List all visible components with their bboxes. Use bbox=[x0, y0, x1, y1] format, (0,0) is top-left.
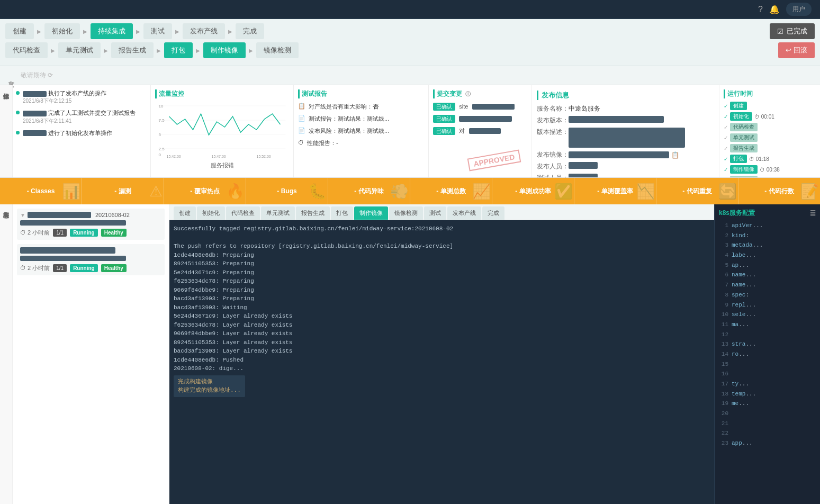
svg-text:0: 0 bbox=[159, 152, 161, 157]
k8s-menu-icon[interactable]: ☰ bbox=[810, 210, 816, 217]
step-release[interactable]: 发布产线 bbox=[183, 23, 225, 39]
sub-step-image[interactable]: 制作镜像 bbox=[203, 42, 246, 58]
svc-time-1: ⏱ 2 小时前 bbox=[20, 229, 50, 237]
log-line: f6253634dc78: Layer already exists bbox=[174, 321, 710, 330]
svc-healthy-2: Healthy bbox=[101, 264, 127, 272]
op-log-section: 操作记录 执行了发布产线的操作 2021/6/8下午2:12:15 完成 bbox=[0, 85, 151, 177]
svg-text:10: 10 bbox=[159, 104, 164, 109]
log-terminal[interactable]: Successfully tagged registry.gitlab.baix… bbox=[169, 220, 714, 504]
step-init[interactable]: 初始化 bbox=[44, 23, 80, 39]
rollback-button[interactable]: ↩ 回滚 bbox=[778, 42, 815, 58]
release-image-row: 发布镜像： 📋 bbox=[537, 150, 714, 159]
svg-text:7.5: 7.5 bbox=[159, 118, 165, 123]
stat-classes: - Classes 📊 bbox=[0, 178, 82, 204]
log-tab-unit-test[interactable]: 单元测试 bbox=[261, 206, 295, 220]
test-row-1: 📋 对产线是否有重大影响：否 bbox=[298, 103, 424, 111]
k8s-code: 1apiVer... 2kind: 3metada... 4labe... 5 … bbox=[719, 221, 816, 448]
log-line: 1cde4408e6db: Preparing bbox=[174, 251, 710, 260]
step-cicd[interactable]: 持续集成 bbox=[91, 23, 133, 39]
runtime-item-package: ✓ 打包 ⏱ 01:18 bbox=[724, 155, 816, 163]
op-log-content: 执行了发布产线的操作 2021/6/8下午2:12:15 完成了人工测试并提交了… bbox=[13, 85, 150, 177]
log-line: 1cde4408e6db: Pushed bbox=[174, 356, 710, 365]
svc-running-1: Running bbox=[70, 229, 98, 237]
log-line: 5e24d43671c9: Preparing bbox=[174, 268, 710, 277]
copy-icon[interactable]: 📋 bbox=[671, 151, 679, 159]
test-row-2: 📄 测试报告：测试结果：测试线... bbox=[298, 115, 424, 123]
runtime-panel: 运行时间 ✓ 创建 ✓ 初始化 ⏱ 00:01 ✓ 代码检查 ✓ 单元测试 ✓ … bbox=[719, 85, 820, 177]
expand-icon-1[interactable]: ▼ bbox=[20, 212, 25, 218]
svc-time-2: ⏱ 2 小时前 bbox=[20, 264, 50, 272]
log-line: 5e24d43671c9: Layer already exists bbox=[174, 312, 710, 321]
step-create[interactable]: 创建 bbox=[5, 23, 34, 39]
log-tab-code-check[interactable]: 代码检查 bbox=[226, 206, 260, 220]
log-digest-block: 完成构建镜像 构建完成的镜像地址... bbox=[174, 375, 245, 397]
release-tester-row: 测试人员： bbox=[537, 174, 714, 178]
runtime-item-image-check: ✓ 镜像检测 bbox=[724, 176, 816, 177]
sub-step-image-check[interactable]: 镜像检测 bbox=[256, 42, 299, 58]
log-tab-image-check[interactable]: 镜像检测 bbox=[389, 206, 423, 220]
help-icon[interactable]: ? bbox=[758, 5, 763, 14]
log-tab-test[interactable]: 测试 bbox=[424, 206, 446, 220]
sub-pipeline-row: 代码检查 ▶ 单元测试 ▶ 报告生成 ▶ 打包 ▶ 制作镜像 ▶ 镜像检测 ↩ … bbox=[5, 42, 815, 58]
step-complete[interactable]: 完成 bbox=[236, 23, 264, 39]
op-entry: 执行了发布产线的操作 2021/6/8下午2:12:15 bbox=[16, 89, 147, 105]
service-item-1: ▼ 20210608-02 ⏱ 2 小时前 1/1 Running Health… bbox=[17, 209, 165, 240]
stat-bugs: - Bugs 🐛 bbox=[246, 178, 328, 204]
pipeline-header: 创建 ▶ 初始化 ▶ 持续集成 ▶ 测试 ▶ 发布产线 ▶ 完成 ☑已完成 代码… bbox=[0, 19, 820, 66]
log-tab-done[interactable]: 完成 bbox=[482, 206, 504, 220]
flow-subtitle: 服务报错 bbox=[155, 161, 289, 169]
op-entry: 进行了初始化发布单操作 bbox=[16, 129, 147, 137]
svg-text:15:47:00: 15:47:00 bbox=[212, 155, 226, 158]
stat-unit-coverage: - 单测覆盖率 📉 bbox=[574, 178, 656, 204]
log-line: f6253634dc78: Preparing bbox=[174, 277, 710, 286]
notification-icon[interactable]: 🔔 bbox=[769, 4, 780, 14]
release-version-row: 发布版本： bbox=[537, 116, 714, 125]
flow-title: 流量监控 bbox=[155, 89, 184, 98]
stat-unit-pass: - 单测成功率 ✅ bbox=[492, 178, 574, 204]
log-tab-release[interactable]: 发布产线 bbox=[447, 206, 481, 220]
commits-title: 提交变更 ⓘ bbox=[433, 89, 527, 98]
svg-text:15:52:00: 15:52:00 bbox=[257, 155, 271, 158]
log-tab-report[interactable]: 报告生成 bbox=[296, 206, 330, 220]
status-done-badge: ☑已完成 bbox=[770, 23, 815, 39]
runtime-item-report: ✓ 报告生成 bbox=[724, 144, 816, 152]
test-report-title: 测试报告 bbox=[298, 89, 424, 98]
main-pipeline-row: 创建 ▶ 初始化 ▶ 持续集成 ▶ 测试 ▶ 发布产线 ▶ 完成 ☑已完成 bbox=[5, 23, 815, 39]
release-info: 发布信息 服务名称： 中途岛服务 发布版本： 版本描述： 发布镜像： 📋 发布人… bbox=[531, 85, 719, 177]
log-line: bacd3af13903: Preparing bbox=[174, 294, 710, 303]
log-line: bacd3af13903: Layer already exists bbox=[174, 347, 710, 356]
log-tab-image-active[interactable]: 制作镜像 bbox=[354, 206, 388, 220]
svg-text:2.5: 2.5 bbox=[159, 147, 165, 151]
sub-step-code-check[interactable]: 代码检查 bbox=[5, 42, 48, 58]
log-line: 9069f84dbbe9: Layer already exists bbox=[174, 329, 710, 338]
log-tab-create[interactable]: 创建 bbox=[174, 206, 196, 220]
log-tab-init[interactable]: 初始化 bbox=[197, 206, 225, 220]
release-service-name: 中途岛服务 bbox=[569, 104, 600, 113]
log-line: Successfully tagged registry.gitlab.baix… bbox=[174, 224, 710, 233]
runtime-item-create: ✓ 创建 bbox=[724, 102, 816, 110]
sub-step-unit-test[interactable]: 单元测试 bbox=[58, 42, 101, 58]
log-line: bacd3af13903: Waiting bbox=[174, 303, 710, 312]
runtime-item-code-check: ✓ 代码检查 bbox=[724, 123, 816, 131]
flow-chart: 10 7.5 5 2.5 0 15:42:00 15:47:00 15:52:0… bbox=[155, 101, 289, 159]
log-tab-package[interactable]: 打包 bbox=[331, 206, 353, 220]
sub-step-package[interactable]: 打包 bbox=[164, 42, 193, 58]
op-entry: 完成了人工测试并提交了测试报告 2021/6/8下午2:11:41 bbox=[16, 109, 147, 124]
stat-code-dup: - 代码重复 🔄 bbox=[656, 178, 738, 204]
release-desc-row: 版本描述： bbox=[537, 128, 714, 148]
service-item-2: ⏱ 2 小时前 1/1 Running Healthy bbox=[17, 244, 165, 275]
k8s-panel: k8s服务配置 ☰ 1apiVer... 2kind: 3metada... 4… bbox=[714, 204, 820, 504]
svc-ratio-2: 1/1 bbox=[53, 264, 67, 272]
log-line: The push refers to repository [registry.… bbox=[174, 242, 710, 251]
user-badge[interactable]: 用户 bbox=[786, 3, 812, 16]
svg-text:5: 5 bbox=[159, 132, 161, 137]
step-test[interactable]: 测试 bbox=[143, 23, 172, 39]
service-status-section: 服务状态 ▼ 20210608-02 ⏱ 2 小时前 1/1 Running H… bbox=[0, 204, 169, 504]
test-report: 测试报告 📋 对产线是否有重大影响：否 📄 测试报告：测试结果：测试线... 📄… bbox=[294, 85, 429, 177]
gray-placeholder: 敬请期待 ⟳ bbox=[21, 71, 53, 80]
sub-step-report[interactable]: 报告生成 bbox=[111, 42, 154, 58]
log-line bbox=[174, 233, 710, 242]
k8s-title: k8s服务配置 ☰ bbox=[719, 209, 816, 218]
runtime-item-image: ✓ 制作镜像 ⏱ 00:38 bbox=[724, 165, 816, 174]
svc-healthy-1: Healthy bbox=[101, 229, 127, 237]
